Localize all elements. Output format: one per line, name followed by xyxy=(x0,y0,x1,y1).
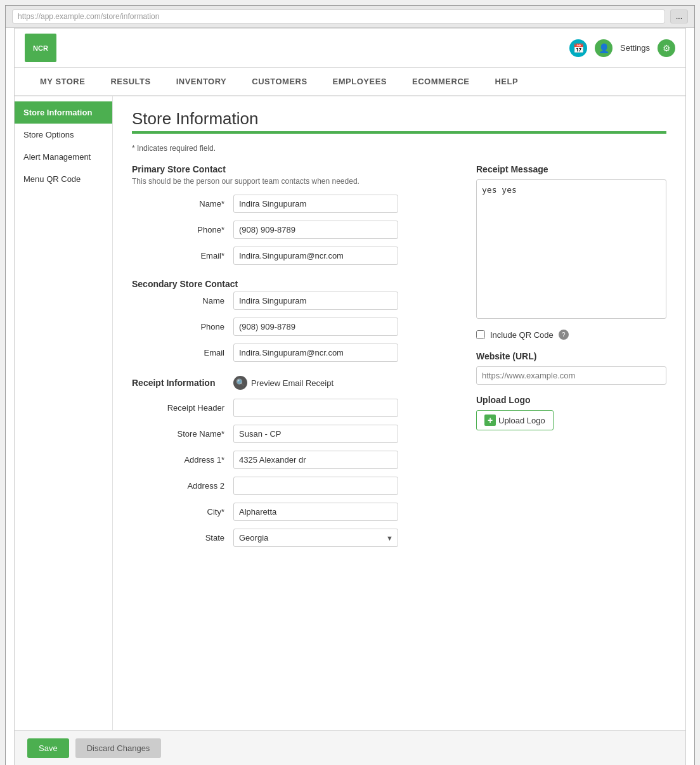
primary-contact-section: Primary Store Contact This should be the… xyxy=(132,164,457,265)
website-input[interactable] xyxy=(476,366,666,385)
store-name-input[interactable] xyxy=(233,425,398,443)
receipt-header-input[interactable] xyxy=(233,399,398,417)
preview-icon: 🔍 xyxy=(233,376,247,390)
city-row: City* xyxy=(132,503,457,521)
store-name-row: Store Name* xyxy=(132,425,457,443)
ncr-logo: NCR xyxy=(25,34,56,62)
nav-help[interactable]: HELP xyxy=(482,68,531,95)
sidebar-item-store-information[interactable]: Store Information xyxy=(15,101,112,124)
nav-my-store[interactable]: MY STORE xyxy=(27,68,98,95)
secondary-phone-input[interactable] xyxy=(233,318,398,336)
address2-row: Address 2 xyxy=(132,477,457,495)
nav-results[interactable]: RESULTS xyxy=(98,68,163,95)
address1-label: Address 1* xyxy=(132,455,233,465)
nav-ecommerce[interactable]: ECOMMERCE xyxy=(399,68,482,95)
store-name-label: Store Name* xyxy=(132,429,233,439)
preview-email-link[interactable]: 🔍 Preview Email Receipt xyxy=(233,376,334,390)
page-title: Store Information xyxy=(132,109,666,129)
primary-contact-title: Primary Store Contact xyxy=(132,164,457,174)
state-label: State xyxy=(132,533,233,543)
sidebar-item-store-options[interactable]: Store Options xyxy=(15,124,112,146)
user-icon[interactable]: 👤 xyxy=(595,39,612,57)
primary-email-label: Email* xyxy=(132,251,233,260)
title-underline xyxy=(132,131,666,134)
upload-logo-button[interactable]: + Upload Logo xyxy=(476,410,554,430)
include-qr-checkbox[interactable] xyxy=(476,330,485,339)
nav-customers[interactable]: CUSTOMERS xyxy=(239,68,320,95)
city-label: City* xyxy=(132,507,233,517)
footer-bar: Save Discard Changes xyxy=(15,730,685,765)
main-content: Store Information * Indicates required f… xyxy=(113,96,685,730)
primary-phone-label: Phone* xyxy=(132,225,233,235)
primary-phone-input[interactable] xyxy=(233,221,398,239)
receipt-header-label: Receipt Header xyxy=(132,403,233,413)
main-nav: MY STORE RESULTS INVENTORY CUSTOMERS EMP… xyxy=(15,68,685,96)
address1-input[interactable] xyxy=(233,451,398,469)
address1-row: Address 1* xyxy=(132,451,457,469)
preview-label: Preview Email Receipt xyxy=(251,378,334,388)
primary-contact-desc: This should be the person our support te… xyxy=(132,177,457,186)
upload-plus-icon: + xyxy=(484,415,496,426)
secondary-phone-label: Phone xyxy=(132,322,233,331)
save-button[interactable]: Save xyxy=(27,738,69,758)
secondary-name-label: Name xyxy=(132,296,233,305)
address2-input[interactable] xyxy=(233,477,398,495)
nav-inventory[interactable]: INVENTORY xyxy=(164,68,240,95)
upload-logo-btn-label: Upload Logo xyxy=(498,416,545,425)
state-select[interactable]: Georgia Alabama Florida Tennessee Califo… xyxy=(233,529,398,547)
address2-label: Address 2 xyxy=(132,481,233,491)
receipt-info-header-row: Receipt Information 🔍 Preview Email Rece… xyxy=(132,376,457,390)
scrollable-area: Primary Store Contact This should be the… xyxy=(132,164,666,561)
secondary-contact-section: Secondary Store Contact Name Phone Email xyxy=(132,279,457,362)
primary-name-row: Name* xyxy=(132,195,457,213)
upload-logo-label: Upload Logo xyxy=(476,395,666,405)
qr-code-row: Include QR Code ? xyxy=(476,330,666,340)
primary-name-input[interactable] xyxy=(233,195,398,213)
secondary-name-input[interactable] xyxy=(233,292,398,310)
secondary-contact-title: Secondary Store Contact xyxy=(132,279,457,289)
state-select-wrapper: Georgia Alabama Florida Tennessee Califo… xyxy=(233,529,398,547)
settings-link[interactable]: Settings xyxy=(620,43,650,53)
receipt-message-label: Receipt Message xyxy=(476,164,666,174)
form-column: Primary Store Contact This should be the… xyxy=(132,164,457,561)
calendar-icon[interactable]: 📅 xyxy=(569,39,587,57)
qr-help-icon[interactable]: ? xyxy=(559,330,569,340)
sidebar-item-alert-management[interactable]: Alert Management xyxy=(15,146,112,168)
receipt-section-label: Receipt Information xyxy=(132,378,233,388)
primary-phone-row: Phone* xyxy=(132,221,457,239)
required-note: * Indicates required field. xyxy=(132,144,666,153)
header-right: 📅 👤 Settings ⚙ xyxy=(569,39,675,57)
discard-changes-button[interactable]: Discard Changes xyxy=(75,738,162,758)
website-label: Website (URL) xyxy=(476,351,666,361)
receipt-header-row: Receipt Header xyxy=(132,399,457,417)
browser-bar: https://app.example.com/store/informatio… xyxy=(6,6,694,28)
sidebar: Store Information Store Options Alert Ma… xyxy=(15,96,113,730)
receipt-message-textarea[interactable]: yes yes xyxy=(476,179,666,319)
primary-email-row: Email* xyxy=(132,247,457,265)
right-column: Receipt Message yes yes Include QR Code … xyxy=(476,164,666,561)
secondary-name-row: Name xyxy=(132,292,457,310)
secondary-email-label: Email xyxy=(132,348,233,357)
primary-name-label: Name* xyxy=(132,199,233,209)
content-layout: Store Information Store Options Alert Ma… xyxy=(15,96,685,730)
sidebar-item-menu-qr-code[interactable]: Menu QR Code xyxy=(15,168,112,190)
nav-employees[interactable]: EMPLOYEES xyxy=(320,68,399,95)
city-input[interactable] xyxy=(233,503,398,521)
primary-email-input[interactable] xyxy=(233,247,398,265)
settings-gear-icon[interactable]: ⚙ xyxy=(658,39,675,57)
tab-button[interactable]: ... xyxy=(670,10,688,23)
secondary-email-row: Email xyxy=(132,344,457,362)
state-row: State Georgia Alabama Florida Tennessee … xyxy=(132,529,457,547)
include-qr-label: Include QR Code xyxy=(490,330,554,340)
app-header: NCR 📅 👤 Settings ⚙ xyxy=(15,29,685,68)
secondary-phone-row: Phone xyxy=(132,318,457,336)
url-bar: https://app.example.com/store/informatio… xyxy=(12,10,665,23)
receipt-info-section: Receipt Information 🔍 Preview Email Rece… xyxy=(132,376,457,547)
secondary-email-input[interactable] xyxy=(233,344,398,362)
